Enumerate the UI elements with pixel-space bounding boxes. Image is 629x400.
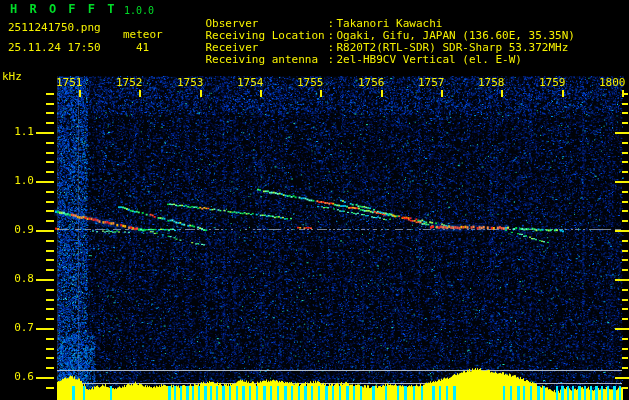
- x-tick-label: 1752: [116, 77, 143, 89]
- station-row-observer: Observer:Takanori Kawachi: [179, 6, 575, 18]
- y-tick-label: 0.8: [8, 273, 34, 285]
- capture-filename: 2511241750.png: [8, 22, 101, 34]
- x-tick-label: 1755: [297, 77, 324, 89]
- station-info: Observer:Takanori Kawachi Receiving Loca…: [179, 6, 575, 54]
- station-label: Receiving antenna: [206, 54, 328, 66]
- x-tick-label: 1751: [56, 77, 83, 89]
- y-axis-unit-label: kHz: [2, 71, 22, 83]
- capture-mode: meteor: [123, 29, 163, 41]
- echo-count: 41: [136, 42, 149, 54]
- y-tick-label: 1.1: [8, 126, 34, 138]
- x-tick-label: 1758: [478, 77, 505, 89]
- app-title: H R O F F T: [10, 3, 117, 15]
- app-version: 1.0.0: [124, 5, 154, 17]
- x-tick-label: 1800: [599, 77, 626, 89]
- hrofft-screenshot: { "app": { "title": "H R O F F T", "vers…: [0, 0, 629, 400]
- x-tick-label: 1754: [237, 77, 264, 89]
- capture-datetime: 25.11.24 17:50: [8, 42, 101, 54]
- y-tick-label: 0.9: [8, 224, 34, 236]
- station-value: 2el-HB9CV Vertical (el. E-W): [337, 53, 522, 66]
- x-tick-label: 1756: [358, 77, 385, 89]
- y-tick-label: 0.7: [8, 322, 34, 334]
- x-tick-label: 1757: [418, 77, 445, 89]
- x-tick-label: 1753: [177, 77, 204, 89]
- x-tick-label: 1759: [539, 77, 566, 89]
- y-tick-label: 0.6: [8, 371, 34, 383]
- separator: :: [328, 54, 337, 66]
- y-tick-label: 1.0: [8, 175, 34, 187]
